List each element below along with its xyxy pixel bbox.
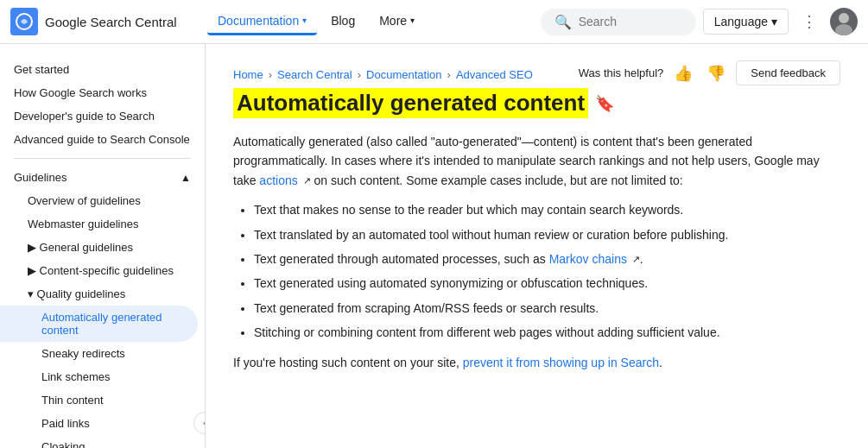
svg-point-1 bbox=[839, 13, 849, 23]
nav-more[interactable]: More ▾ bbox=[369, 9, 425, 35]
breadcrumb-home[interactable]: Home bbox=[233, 68, 263, 81]
sidebar-item-overview[interactable]: Overview of guidelines bbox=[0, 189, 205, 212]
sidebar-item-auto-generated[interactable]: Automatically generated content bbox=[0, 306, 198, 342]
feedback-area: Was this helpful? 👍 👎 Send feedback bbox=[579, 60, 840, 86]
markov-ext-icon: ↗ bbox=[632, 252, 640, 268]
breadcrumb-search-central[interactable]: Search Central bbox=[277, 68, 352, 81]
sidebar-item-dev-guide[interactable]: Developer's guide to Search bbox=[0, 104, 205, 128]
sidebar-item-link-schemes[interactable]: Link schemes bbox=[0, 365, 205, 388]
nav-documentation-label: Documentation bbox=[218, 14, 299, 28]
sidebar-divider bbox=[14, 158, 191, 159]
sidebar-item-advanced-guide[interactable]: Advanced guide to Search Console bbox=[0, 128, 205, 151]
sidebar: Get started How Google Search works Deve… bbox=[0, 44, 206, 448]
sidebar-section-guidelines[interactable]: Guidelines ▲ bbox=[0, 166, 205, 189]
nav-more-chevron: ▾ bbox=[410, 16, 415, 25]
breadcrumb-sep-3: › bbox=[447, 68, 451, 81]
nav-blog-label: Blog bbox=[331, 14, 355, 28]
intro-paragraph: Automatically generated (also called "au… bbox=[233, 132, 840, 190]
content-body: Automatically generated (also called "au… bbox=[233, 132, 840, 372]
breadcrumb-documentation[interactable]: Documentation bbox=[366, 68, 441, 81]
main-layout: Get started How Google Search works Deve… bbox=[0, 44, 868, 448]
page-header: Automatically generated content 🔖 bbox=[233, 88, 840, 118]
sidebar-item-webmaster[interactable]: Webmaster guidelines bbox=[0, 212, 205, 236]
sidebar-item-get-started[interactable]: Get started bbox=[0, 58, 205, 81]
sidebar-item-quality[interactable]: ▾ Quality guidelines bbox=[0, 282, 205, 306]
nav-documentation[interactable]: Documentation ▾ bbox=[207, 9, 317, 35]
language-button[interactable]: Language ▾ bbox=[703, 9, 789, 35]
nav-documentation-chevron: ▾ bbox=[302, 16, 307, 25]
page-title-area: Automatically generated content 🔖 bbox=[233, 88, 614, 118]
thumbs-down-button[interactable]: 👎 bbox=[703, 60, 729, 86]
breadcrumb-advanced-seo[interactable]: Advanced SEO bbox=[456, 68, 533, 81]
breadcrumb: Home › Search Central › Documentation › … bbox=[233, 54, 533, 88]
top-nav: Google Search Central Documentation ▾ Bl… bbox=[0, 0, 868, 44]
helpful-text: Was this helpful? bbox=[579, 66, 664, 79]
nav-items: Documentation ▾ Blog More ▾ bbox=[207, 9, 534, 35]
list-item-3: Text generated through automated process… bbox=[254, 249, 840, 268]
brand-logo bbox=[10, 8, 38, 35]
guidelines-chevron-icon: ▲ bbox=[181, 172, 191, 184]
thumbs-up-button[interactable]: 👍 bbox=[670, 60, 696, 86]
sidebar-item-how-google-works[interactable]: How Google Search works bbox=[0, 81, 205, 104]
breadcrumb-sep-1: › bbox=[269, 68, 272, 81]
list-item-4: Text generated using automated synonymiz… bbox=[254, 274, 840, 293]
list-item-6: Stitching or combining content from diff… bbox=[254, 323, 840, 342]
bullet-list: Text that makes no sense to the reader b… bbox=[254, 200, 840, 342]
external-link-icon: ↗ bbox=[303, 174, 311, 189]
search-input[interactable] bbox=[579, 15, 682, 28]
sidebar-item-content-specific[interactable]: ▶ Content-specific guidelines bbox=[0, 259, 205, 282]
list-item-2: Text translated by an automated tool wit… bbox=[254, 225, 840, 244]
actions-link[interactable]: actions bbox=[259, 174, 301, 187]
search-icon: 🔍 bbox=[554, 14, 572, 30]
sidebar-item-thin-content[interactable]: Thin content bbox=[0, 388, 205, 412]
language-label: Language bbox=[714, 15, 768, 28]
brand: Google Search Central bbox=[10, 8, 200, 35]
sidebar-item-paid-links[interactable]: Paid links bbox=[0, 412, 205, 435]
language-chevron-icon: ▾ bbox=[771, 15, 777, 28]
svg-point-2 bbox=[835, 24, 852, 35]
list-item-5: Text generated from scraping Atom/RSS fe… bbox=[254, 299, 840, 318]
sidebar-item-sneaky-redirects[interactable]: Sneaky redirects bbox=[0, 342, 205, 365]
brand-name: Google Search Central bbox=[45, 15, 177, 29]
sidebar-item-cloaking[interactable]: Cloaking bbox=[0, 435, 205, 448]
avatar[interactable] bbox=[830, 8, 858, 35]
list-item-1: Text that makes no sense to the reader b… bbox=[254, 200, 840, 219]
bookmark-icon[interactable]: 🔖 bbox=[595, 94, 614, 113]
footer-paragraph: If you're hosting such content on your s… bbox=[233, 353, 840, 372]
markov-chains-link[interactable]: Markov chains bbox=[549, 252, 627, 266]
main-content: Home › Search Central › Documentation › … bbox=[206, 44, 868, 448]
prevent-link[interactable]: prevent it from showing up in Search bbox=[463, 356, 659, 369]
search-box[interactable]: 🔍 bbox=[541, 9, 696, 35]
nav-blog[interactable]: Blog bbox=[320, 9, 365, 35]
breadcrumb-sep-2: › bbox=[358, 68, 361, 81]
sidebar-item-general[interactable]: ▶ General guidelines bbox=[0, 236, 205, 259]
more-options-button[interactable]: ⋮ bbox=[795, 8, 823, 35]
nav-more-label: More bbox=[379, 14, 407, 28]
send-feedback-button[interactable]: Send feedback bbox=[736, 60, 840, 85]
page-title: Automatically generated content bbox=[233, 88, 588, 118]
